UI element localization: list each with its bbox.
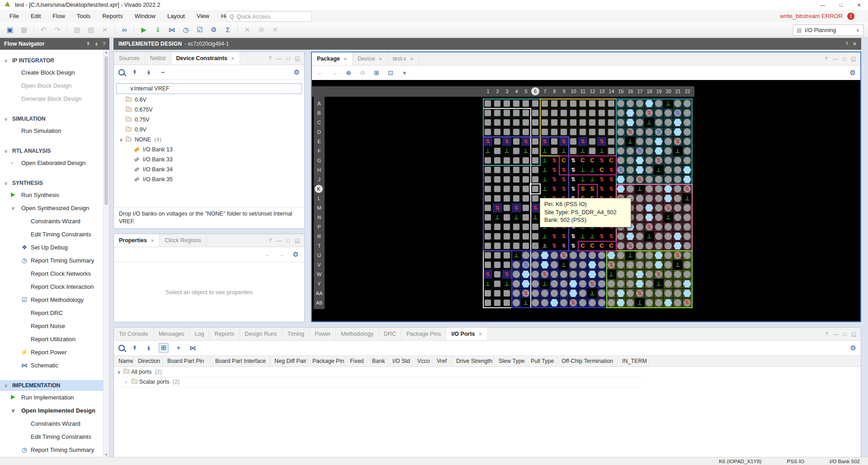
chevron-down-icon[interactable]: ∨ (4, 178, 8, 188)
package-pin[interactable] (664, 222, 673, 231)
package-pin[interactable] (531, 127, 540, 136)
package-pin[interactable] (683, 289, 692, 298)
zoom-selection-icon[interactable]: ⊡ (387, 69, 395, 76)
package-pin[interactable] (569, 251, 578, 260)
collapse-all-icon[interactable]: ↟ (131, 69, 139, 76)
package-pin[interactable]: ⇅ (673, 251, 682, 260)
package-pin[interactable]: ⊥ (502, 146, 511, 155)
package-pin[interactable] (597, 270, 606, 279)
package-pin[interactable]: ⇅ (645, 222, 654, 231)
column-header-pull-type[interactable]: Pull Type (526, 356, 557, 366)
flow-item-report-methodology[interactable]: Report Methodology☑ (0, 293, 109, 306)
package-pin[interactable]: ⊥ (578, 146, 587, 155)
package-pin[interactable] (635, 156, 644, 165)
autofit-icon[interactable]: ⌖ (401, 69, 409, 77)
package-pin[interactable] (683, 232, 692, 241)
package-pin[interactable]: ⊥ (588, 175, 597, 184)
package-pin[interactable]: ⇅ (607, 232, 616, 241)
package-pin[interactable] (483, 241, 492, 250)
zoom-out-icon[interactable]: ⊖ (359, 69, 367, 76)
tab-timing[interactable]: Timing (283, 328, 310, 340)
package-pin[interactable] (540, 99, 549, 108)
package-pin[interactable] (654, 203, 663, 212)
flow-section-synthesis[interactable]: ∨SYNTHESIS (0, 178, 109, 188)
tab-clock-regions[interactable]: Clock Regions (160, 234, 207, 247)
package-pin[interactable] (521, 213, 530, 222)
package-pin[interactable] (483, 298, 492, 307)
package-pin[interactable]: ⇅ (597, 175, 606, 184)
package-pin[interactable] (521, 270, 530, 279)
package-pin[interactable] (664, 146, 673, 155)
package-pin[interactable]: ⇅ (607, 184, 616, 193)
package-pin[interactable]: ⇅ (550, 165, 559, 174)
menu-layout[interactable]: Layout (161, 10, 191, 23)
package-pin[interactable]: ⇅ (559, 175, 568, 184)
package-pin[interactable] (483, 156, 492, 165)
package-pin[interactable] (664, 184, 673, 193)
package-pin[interactable]: ⊥ (578, 165, 587, 174)
package-pin[interactable]: ⇅ (635, 175, 644, 184)
package-pin[interactable] (597, 118, 606, 127)
package-pin[interactable] (540, 298, 549, 307)
package-pin[interactable]: C (597, 165, 606, 174)
package-pin[interactable]: ⇅ (654, 270, 663, 279)
package-pin[interactable] (616, 251, 625, 260)
package-pin[interactable] (683, 270, 692, 279)
package-pin[interactable]: ⊥ (635, 298, 644, 307)
schematic-icon[interactable]: ⋈ (167, 25, 176, 34)
package-pin[interactable] (673, 156, 682, 165)
package-pin[interactable] (540, 118, 549, 127)
package-pin[interactable] (531, 251, 540, 260)
package-pin[interactable]: ⊥ (540, 232, 549, 241)
package-pin[interactable]: ⇅ (550, 184, 559, 193)
package-pin[interactable] (635, 118, 644, 127)
flow-item-set-up-debug[interactable]: Set Up Debug❖ (0, 241, 109, 254)
back-icon[interactable]: ← (316, 69, 325, 76)
package-pin[interactable] (683, 137, 692, 146)
package-pin[interactable] (645, 251, 654, 260)
package-pin[interactable]: ⇅ (531, 203, 540, 212)
package-pin[interactable] (531, 156, 540, 165)
scroll-down-icon[interactable]: ▼ (104, 453, 109, 457)
package-pin[interactable] (645, 165, 654, 174)
minimize-panel-icon[interactable]: — (277, 238, 282, 243)
package-pin[interactable] (512, 108, 521, 117)
package-pin[interactable] (683, 99, 692, 108)
package-pin[interactable] (512, 137, 521, 146)
flow-item-report-drc[interactable]: Report DRC (0, 306, 109, 319)
package-pin[interactable]: ⇅ (512, 203, 521, 212)
package-pin[interactable] (512, 279, 521, 288)
package-pin[interactable] (683, 156, 692, 165)
package-pin[interactable] (578, 270, 587, 279)
package-pin[interactable] (616, 298, 625, 307)
package-pin[interactable] (654, 289, 663, 298)
package-pin[interactable]: ⇅ (550, 175, 559, 184)
package-pin[interactable] (673, 165, 682, 174)
package-pin[interactable]: ⇅ (607, 165, 616, 174)
group-toggle-icon[interactable]: ⊞ (159, 343, 169, 353)
package-pin[interactable] (521, 127, 530, 136)
expand-collapse-icon[interactable]: ↡ (94, 41, 99, 47)
column-header-direction[interactable]: Direction (133, 356, 163, 366)
package-pin[interactable] (588, 108, 597, 117)
package-pin[interactable] (673, 127, 682, 136)
package-pin[interactable] (569, 260, 578, 269)
search-icon[interactable] (118, 69, 125, 75)
package-pin[interactable] (635, 213, 644, 222)
float-panel-icon[interactable]: ◱ (851, 56, 856, 62)
package-pin[interactable] (578, 260, 587, 269)
package-pin[interactable] (664, 289, 673, 298)
package-pin[interactable] (645, 270, 654, 279)
chevron-down-icon[interactable]: ∨ (4, 146, 8, 156)
package-pin[interactable] (493, 260, 502, 269)
package-pin[interactable] (616, 108, 625, 117)
package-pin[interactable]: ⊥ (626, 137, 635, 146)
collapse-all-icon[interactable]: ↟ (131, 344, 139, 352)
package-pin[interactable]: ⇅ (597, 137, 606, 146)
flow-item-constraints-wizard[interactable]: Constraints Wizard (0, 417, 109, 430)
package-pin[interactable] (578, 279, 587, 288)
package-pin[interactable] (616, 232, 625, 241)
package-pin[interactable]: ⊥ (483, 146, 492, 155)
package-pin[interactable] (664, 137, 673, 146)
package-pin[interactable] (550, 118, 559, 127)
